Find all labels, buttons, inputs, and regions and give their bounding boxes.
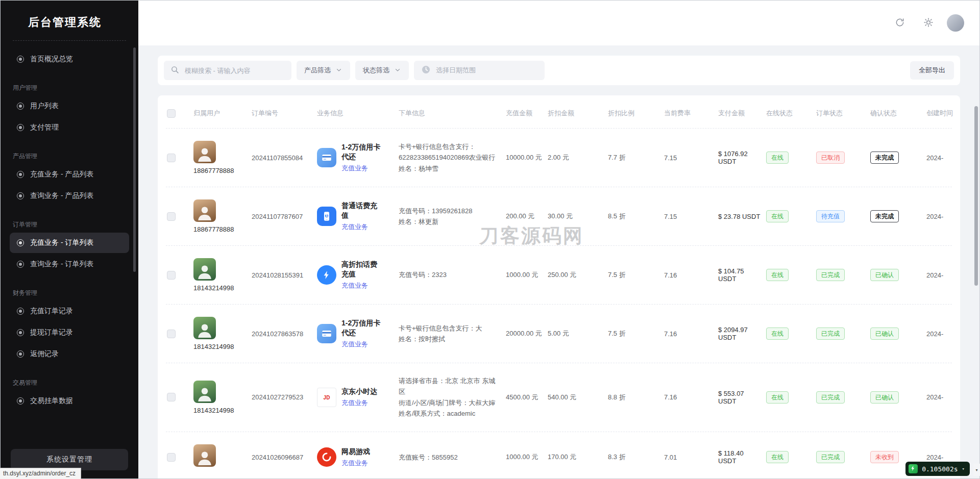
select-all-checkbox[interactable] (167, 109, 176, 118)
sun-theme-icon (923, 17, 934, 29)
row-checkbox[interactable] (167, 453, 176, 462)
recharge-amount: 10000.00 元 (506, 153, 543, 162)
confirm-status-badge: 已确认 (870, 269, 899, 281)
user-avatar[interactable] (947, 14, 964, 32)
sidebar-menu-entry: 订单管理 (10, 217, 129, 232)
discount-ratio: 7.5 折 (608, 270, 659, 280)
refresh-icon (895, 17, 905, 29)
confirm-status-badge: 未收到 (870, 451, 899, 463)
sidebar-menu-entry[interactable]: 提现订单记录 (10, 322, 129, 343)
business-type: 充值业务 (341, 459, 381, 468)
column-header: 业务信息 (317, 109, 394, 118)
table-row: 20241026096687 网易游戏 充值业务 充值账号：5855952 10… (166, 432, 952, 478)
current-rate: 7.16 (664, 393, 713, 401)
sidebar-menu-entry[interactable]: 支付管理 (10, 117, 129, 138)
row-checkbox[interactable] (167, 393, 176, 401)
sidebar-menu-entry[interactable]: 充值业务 - 产品列表 (10, 164, 129, 185)
product-icon: JD (317, 388, 336, 407)
export-all-button[interactable]: 全部导出 (910, 61, 954, 80)
recharge-amount: 4500.00 元 (506, 393, 543, 402)
order-status-badge: 已完成 (816, 327, 845, 340)
date-range-picker[interactable]: 选择日期范围 (414, 61, 545, 80)
menu-circle-icon (17, 239, 24, 246)
product-filter-select[interactable]: 产品筛选 (297, 61, 350, 80)
column-header: 在线状态 (766, 109, 811, 118)
sidebar-menu-entry[interactable]: 返佣记录 (10, 344, 129, 364)
sidebar-menu-entry[interactable]: 用户列表 (10, 96, 129, 116)
product-name: 普通话费充值 (341, 201, 381, 220)
business-type: 充值业务 (341, 281, 381, 290)
order-info: 充值号码：13959261828 姓名：林更新 (399, 206, 501, 228)
business-type: 充值业务 (341, 340, 381, 349)
perf-badge[interactable]: 0.105002s ▾ (905, 462, 970, 476)
order-info: 请选择省市县：北京 北京市 东城区 街道/小区/商场门牌号：大叔大婶 姓名/联系… (399, 375, 501, 419)
status-filter-select[interactable]: 状态筛选 (355, 61, 409, 80)
pay-amount: $ 2094.97 USDT (718, 326, 761, 341)
current-rate: 7.01 (664, 453, 713, 461)
menu-label: 返佣记录 (30, 349, 59, 359)
order-info: 卡号+银行信息包含支行：大 姓名：按时擦拭 (399, 323, 501, 345)
sidebar-menu-entry[interactable]: 充值订单记录 (10, 301, 129, 321)
column-header: 折扣比例 (608, 109, 659, 118)
sidebar-menu-entry: 用户管理 (10, 81, 129, 95)
sidebar-menu-entry[interactable]: 查询业务 - 产品列表 (10, 186, 129, 206)
row-checkbox[interactable] (167, 154, 176, 162)
refresh-button[interactable] (890, 13, 910, 33)
created-time: 2024- (926, 393, 960, 401)
page-scrollbar[interactable] (974, 106, 978, 286)
order-status-badge: 待充值 (816, 210, 845, 222)
menu-label: 首页概况总览 (30, 55, 73, 64)
pay-amount: $ 23.78 USDT (718, 213, 761, 220)
search-box (164, 61, 291, 80)
search-input[interactable] (184, 66, 285, 75)
order-info: 卡号+银行信息包含支行： 6228233865194020869农业银行 姓名：… (399, 141, 501, 174)
column-header: 订单状态 (816, 109, 865, 118)
discount-amount: 540.00 元 (548, 393, 603, 402)
status-filter-label: 状态筛选 (363, 66, 389, 75)
discount-amount: 2.00 元 (548, 153, 603, 162)
sidebar-menu-entry[interactable]: 首页概况总览 (10, 49, 129, 69)
created-time: 2024- (926, 154, 960, 162)
order-number: 20241027279523 (252, 393, 312, 401)
main-area: 产品筛选 状态筛选 选择日期范围 全部导出 (138, 1, 979, 478)
system-settings-button[interactable]: 系统设置管理 (11, 449, 128, 470)
column-header: 当前费率 (664, 109, 713, 118)
sidebar-menu-entry[interactable]: 充值业务 - 订单列表 (10, 233, 129, 253)
column-header: 下单信息 (399, 109, 501, 118)
recharge-amount: 1000.00 元 (506, 452, 543, 462)
row-checkbox[interactable] (167, 330, 176, 338)
online-status-badge: 在线 (766, 327, 789, 340)
menu-circle-icon (17, 171, 24, 178)
sidebar-menu-entry[interactable]: 查询业务 - 订单列表 (10, 254, 129, 274)
menu-circle-icon (17, 308, 24, 315)
discount-ratio: 7.7 折 (608, 153, 659, 162)
theme-toggle-button[interactable] (918, 13, 939, 33)
column-header: 折扣金额 (548, 109, 603, 118)
business-type: 充值业务 (341, 398, 381, 408)
row-checkbox[interactable] (167, 212, 176, 221)
user-avatar-photo (193, 381, 216, 403)
discount-ratio: 7.5 折 (608, 329, 659, 338)
order-status-badge: 已取消 (816, 152, 845, 164)
sidebar-menu-entry[interactable]: 交易挂单数据 (10, 391, 129, 411)
online-status-badge: 在线 (766, 391, 789, 404)
product-icon: $ (317, 207, 336, 226)
menu-circle-icon (17, 124, 24, 131)
scrollbar-down-arrow[interactable]: ▾ (973, 464, 980, 476)
orders-table: 归属用户 订单编号 业务信息 下单信息 充值金额 折扣金额 折扣比例 当前费率 (158, 95, 960, 478)
menu-label: 充值订单记录 (30, 307, 73, 316)
recharge-amount: 200.00 元 (506, 212, 543, 221)
svg-text:$: $ (326, 214, 328, 218)
user-phone: 18867778888 (193, 225, 234, 233)
order-status-badge: 已完成 (816, 451, 845, 463)
discount-ratio: 8.3 折 (608, 452, 659, 462)
menu-label: 产品管理 (13, 152, 37, 161)
confirm-status-badge: 未完成 (870, 210, 899, 222)
product-icon (317, 265, 336, 285)
sidebar-scrollbar[interactable] (133, 47, 136, 272)
current-rate: 7.15 (664, 154, 713, 162)
recharge-amount: 1000.00 元 (506, 270, 543, 280)
row-checkbox[interactable] (167, 271, 176, 280)
filter-bar: 产品筛选 状态筛选 选择日期范围 全部导出 (158, 56, 960, 85)
table-row: 18143214998 20241028155391 高折扣话费充值 充值业务 (166, 245, 952, 304)
